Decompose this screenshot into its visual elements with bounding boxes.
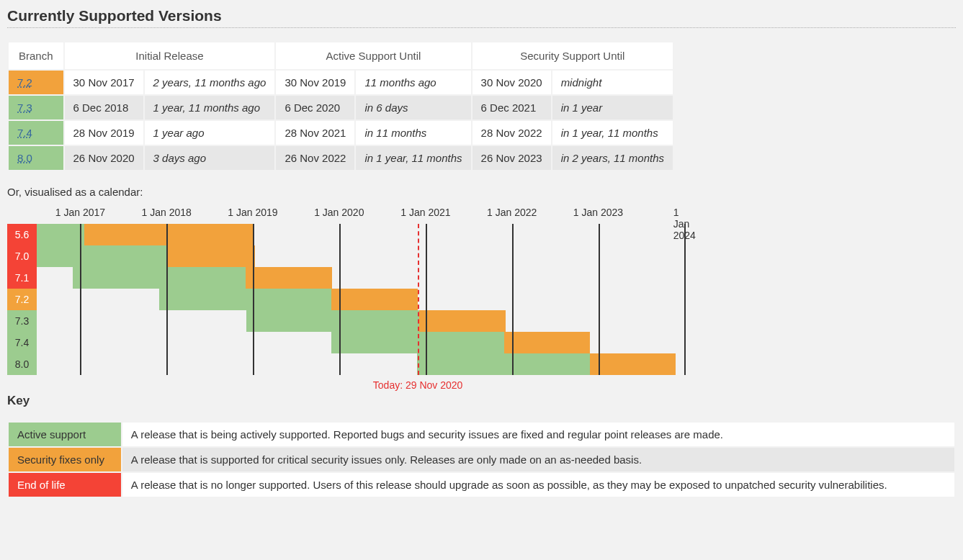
key-label: Security fixes only [9, 448, 121, 471]
active-until-date: 26 Nov 2022 [276, 146, 354, 170]
year-grid-line [80, 224, 81, 375]
th-branch: Branch [9, 42, 63, 69]
key-desc: A release that is no longer supported. U… [122, 473, 954, 497]
released-date: 6 Dec 2018 [65, 96, 143, 119]
today-marker-label: Today: 29 Nov 2020 [373, 379, 463, 391]
released-rel: 3 days ago [145, 146, 275, 170]
timeline-row-label: 7.2 [7, 289, 37, 310]
support-timeline-chart: 1 Jan 20171 Jan 20181 Jan 20191 Jan 2020… [7, 207, 699, 372]
year-tick-label: 1 Jan 2019 [228, 207, 277, 218]
timeline-row-label: 8.0 [7, 353, 37, 375]
table-row: 7.36 Dec 20181 year, 11 months ago6 Dec … [9, 96, 673, 119]
versions-table: Branch Initial Release Active Support Un… [7, 41, 674, 171]
year-tick-label: 1 Jan 2023 [573, 207, 623, 218]
year-tick-label: 1 Jan 2022 [487, 207, 537, 218]
year-grid-line [253, 224, 254, 375]
timeline-row-label: 7.4 [7, 332, 37, 353]
year-grid-line [512, 224, 514, 375]
released-rel: 1 year ago [145, 121, 275, 145]
table-row: 8.026 Nov 20203 days ago26 Nov 2022in 1 … [9, 146, 673, 170]
year-tick-label: 1 Jan 2018 [142, 207, 192, 218]
active-until-rel: 11 months ago [356, 71, 470, 94]
year-grid-line [599, 224, 600, 375]
key-row: Security fixes onlyA release that is sup… [9, 448, 954, 471]
section-title: Currently Supported Versions [7, 7, 956, 28]
year-grid-line [339, 224, 341, 375]
key-table: Active supportA release that is being ac… [7, 421, 956, 498]
th-active: Active Support Until [276, 42, 470, 69]
security-until-date: 26 Nov 2023 [472, 146, 551, 170]
key-label: Active support [9, 423, 121, 446]
branch-cell: 7.3 [9, 96, 63, 119]
table-row: 7.428 Nov 20191 year ago28 Nov 2021in 11… [9, 121, 673, 145]
calendar-label: Or, visualised as a calendar: [7, 186, 956, 198]
released-rel: 2 years, 11 months ago [145, 71, 275, 94]
branch-link[interactable]: 7.4 [9, 121, 63, 145]
key-label: End of life [9, 473, 121, 497]
year-tick-label: 1 Jan 2020 [314, 207, 364, 218]
key-title: Key [7, 394, 956, 408]
key-desc: A release that is supported for critical… [122, 448, 954, 471]
key-row: Active supportA release that is being ac… [9, 423, 954, 446]
security-until-date: 28 Nov 2022 [472, 121, 551, 145]
released-date: 26 Nov 2020 [65, 146, 143, 170]
year-grid-line [684, 224, 686, 375]
security-until-rel: in 1 year [552, 96, 673, 119]
branch-cell: 7.2 [9, 71, 63, 94]
security-until-rel: midnight [552, 71, 673, 94]
security-until-rel: in 2 years, 11 months [552, 146, 673, 170]
table-row: 7.230 Nov 20172 years, 11 months ago30 N… [9, 71, 673, 94]
security-until-rel: in 1 year, 11 months [552, 121, 673, 145]
timeline-row-label: 7.0 [7, 245, 37, 267]
active-until-rel: in 6 days [356, 96, 470, 119]
active-until-date: 6 Dec 2020 [276, 96, 354, 119]
active-until-date: 30 Nov 2019 [276, 71, 354, 94]
key-desc: A release that is being actively support… [122, 423, 954, 446]
year-tick-label: 1 Jan 2021 [400, 207, 450, 218]
released-date: 28 Nov 2019 [65, 121, 143, 145]
timeline-row-label: 5.6 [7, 224, 37, 245]
active-until-rel: in 1 year, 11 months [356, 146, 470, 170]
released-date: 30 Nov 2017 [65, 71, 143, 94]
branch-cell: 7.4 [9, 121, 63, 145]
timeline-row-label: 7.1 [7, 267, 37, 289]
released-rel: 1 year, 11 months ago [145, 96, 275, 119]
year-grid-line [166, 224, 168, 375]
security-until-date: 6 Dec 2021 [472, 96, 551, 119]
th-initial: Initial Release [65, 42, 275, 69]
th-security: Security Support Until [472, 42, 673, 69]
year-tick-label: 1 Jan 2017 [55, 207, 105, 218]
security-until-date: 30 Nov 2020 [472, 71, 551, 94]
year-grid-line [426, 224, 427, 375]
active-until-date: 28 Nov 2021 [276, 121, 354, 145]
timeline-row-label: 7.3 [7, 310, 37, 332]
key-row: End of lifeA release that is no longer s… [9, 473, 954, 497]
branch-link[interactable]: 7.2 [9, 71, 63, 94]
today-line [418, 224, 419, 375]
branch-cell: 8.0 [9, 146, 63, 170]
branch-link[interactable]: 7.3 [9, 96, 63, 119]
active-until-rel: in 11 months [356, 121, 470, 145]
branch-link[interactable]: 8.0 [9, 146, 63, 170]
